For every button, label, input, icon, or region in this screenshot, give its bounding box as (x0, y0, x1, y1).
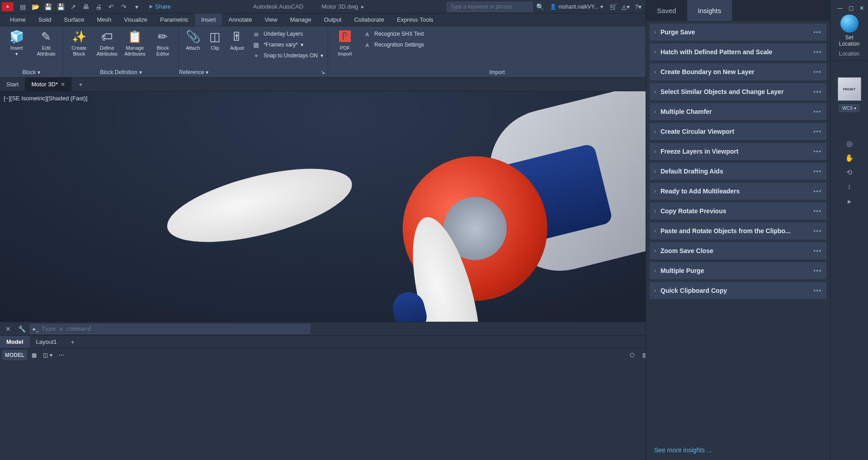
insight-item[interactable]: ›Copy Rotate Previous••• (650, 202, 678, 220)
insert-button[interactable]: 🧊 Insert▾ (3, 28, 31, 57)
tab-parametric[interactable]: Parametric (154, 14, 195, 26)
doctab-start[interactable]: Start (0, 78, 25, 91)
insight-item[interactable]: ›Quick Clipboard Copy••• (650, 282, 678, 299)
insight-item[interactable]: ›Create Circular Viewport••• (650, 123, 678, 140)
file-chevron-icon[interactable]: ▸ (361, 3, 364, 10)
user-menu[interactable]: 👤 nishant.naikVY... ▾ (550, 4, 603, 10)
cmd-customize-icon[interactable]: 🔧 (16, 324, 27, 334)
insight-item[interactable]: ›Freeze Layers in Viewport••• (650, 143, 678, 160)
status-grid-icon[interactable]: ▦ (28, 350, 39, 360)
ref-dialog-icon[interactable]: ↘ (321, 69, 328, 75)
tab-output[interactable]: Output (317, 14, 348, 26)
user-name: nishant.naikVY... (558, 4, 599, 10)
chevron-right-icon: › (654, 148, 656, 155)
create-block-button[interactable]: ✨Create Block (66, 28, 92, 57)
doctab-current[interactable]: Motor 3D*✕ (25, 78, 71, 91)
layout-add[interactable]: ＋ (63, 336, 82, 348)
qat-print-icon[interactable]: 🖨 (93, 1, 104, 12)
tab-surface[interactable]: Surface (58, 14, 91, 26)
pdf-icon: 🅿 (337, 29, 353, 44)
tab-view[interactable]: View (258, 14, 283, 26)
qat-plot-icon[interactable]: 🖶 (80, 1, 91, 12)
file-name: Motor 3D.dwg (321, 3, 358, 10)
insight-item[interactable]: ›Ready to Add Multileaders••• (650, 183, 678, 200)
doctab-close-icon[interactable]: ✕ (61, 81, 65, 88)
edit-attribute-button[interactable]: ✎ Edit Attribute (33, 28, 61, 57)
insight-title: Select Similar Objects and Change Layer (660, 88, 678, 95)
chevron-right-icon: › (654, 208, 656, 214)
insight-item[interactable]: ›Zoom Save Close••• (650, 242, 678, 259)
viewport[interactable]: [−][SE Isometric][Shaded (Fast)] COMMAND… (0, 91, 678, 322)
insight-item[interactable]: ›Paste and Rotate Objects from the Clipb… (650, 222, 678, 239)
insight-item[interactable]: ›Select Similar Objects and Change Layer… (650, 83, 678, 100)
insight-item[interactable]: ›Purge Save••• (650, 23, 678, 41)
qat-openweb-icon[interactable]: ↗ (68, 1, 79, 12)
status-model[interactable]: MODEL (3, 350, 27, 360)
adjust-button[interactable]: 🎚Adjust (226, 28, 248, 51)
insight-item[interactable]: ›Create Boundary on New Layer••• (650, 63, 678, 80)
attach-icon: 📎 (185, 29, 201, 44)
search-input[interactable] (447, 2, 533, 12)
search-icon[interactable]: 🔍 (534, 1, 545, 12)
tab-solid[interactable]: Solid (32, 14, 58, 26)
command-line: ✕ 🔧 ▸_ (0, 322, 678, 335)
status-more-icon[interactable]: ⋯ (56, 350, 67, 360)
frames-vary-button[interactable]: ▦*Frames vary* ▾ (250, 40, 325, 50)
attach-button[interactable]: 📎Attach (182, 28, 204, 51)
define-attributes-button[interactable]: 🏷Define Attributes (94, 28, 120, 57)
help-icon[interactable]: ?▾ (633, 1, 644, 12)
app-logo[interactable]: A (2, 2, 14, 11)
qat-new-icon[interactable]: ▤ (17, 1, 28, 12)
share-button[interactable]: ➤ Share (148, 3, 171, 10)
qat-save-icon[interactable]: 💾 (42, 1, 53, 12)
layout-layout1[interactable]: Layout1 (30, 336, 63, 348)
tab-collaborate[interactable]: Collaborate (348, 14, 391, 26)
command-input[interactable] (42, 325, 307, 332)
insight-item[interactable]: ›Multiple Purge••• (650, 262, 678, 279)
insight-title: Copy Rotate Previous (660, 207, 678, 215)
tab-express[interactable]: Express Tools (391, 14, 440, 26)
cmd-close-icon[interactable]: ✕ (3, 324, 14, 334)
insights-tab-saved[interactable]: Saved (646, 0, 678, 21)
qat-dropdown-icon[interactable]: ▾ (131, 1, 142, 12)
tab-visualize[interactable]: Visualize (118, 14, 154, 26)
qat-open-icon[interactable]: 📂 (30, 1, 41, 12)
recognition-settings-button[interactable]: ᴀRecognition Settings (361, 40, 426, 50)
status-snap-icon[interactable]: ◫ ▾ (41, 350, 54, 360)
cart-icon[interactable]: 🛒 (608, 1, 618, 12)
insert-icon: 🧊 (9, 29, 24, 44)
panel-blockdef-title[interactable]: Block Definition ▾ (63, 67, 179, 77)
underlay-layers-button[interactable]: ≣Underlay Layers (250, 29, 325, 39)
qat-redo-icon[interactable]: ↷ (118, 1, 129, 12)
snap-underlays-button[interactable]: ⌖Snap to Underlays ON ▾ (250, 51, 325, 61)
command-box[interactable]: ▸_ (30, 324, 310, 334)
manage-attributes-button[interactable]: 📋Manage Attributes (122, 28, 148, 57)
qat-undo-icon[interactable]: ↶ (106, 1, 117, 12)
viewport-label[interactable]: [−][SE Isometric][Shaded (Fast)] (4, 95, 87, 102)
create-block-icon: ✨ (71, 29, 87, 44)
insight-item[interactable]: ›Hatch with Defined Pattern and Scale••• (650, 43, 678, 61)
insight-item[interactable]: ›Multiple Chamfer••• (650, 103, 678, 120)
define-attributes-icon: 🏷 (99, 29, 115, 44)
chevron-right-icon: › (654, 29, 656, 35)
recognize-shx-button[interactable]: ᴀRecognize SHX Text (361, 29, 426, 39)
tab-home[interactable]: Home (4, 14, 32, 26)
doctab-add[interactable]: ＋ (71, 78, 90, 91)
tab-insert[interactable]: Insert (195, 14, 222, 26)
pdf-import-button[interactable]: 🅿 PDF Import (331, 28, 359, 57)
qat-saveas-icon[interactable]: 💾 (55, 1, 66, 12)
a360-icon[interactable]: ◬▾ (620, 1, 631, 12)
chevron-right-icon: › (654, 228, 656, 234)
status-anno-icon[interactable]: ⬡ (627, 350, 637, 360)
insight-item[interactable]: ›Default Drafting Aids••• (650, 163, 678, 180)
panel-reference-title[interactable]: Reference ▾ ↘ (179, 67, 328, 77)
edit-attribute-icon: ✎ (38, 29, 54, 44)
tab-annotate[interactable]: Annotate (222, 14, 258, 26)
rec-settings-icon: ᴀ (363, 40, 372, 49)
clip-button[interactable]: ◫Clip (206, 28, 224, 51)
tab-manage[interactable]: Manage (283, 14, 317, 26)
tab-mesh[interactable]: Mesh (90, 14, 118, 26)
panel-block-title[interactable]: Block ▾ (0, 67, 63, 77)
block-editor-button[interactable]: ✏Block Editor (150, 28, 176, 57)
layout-model[interactable]: Model (0, 336, 30, 348)
